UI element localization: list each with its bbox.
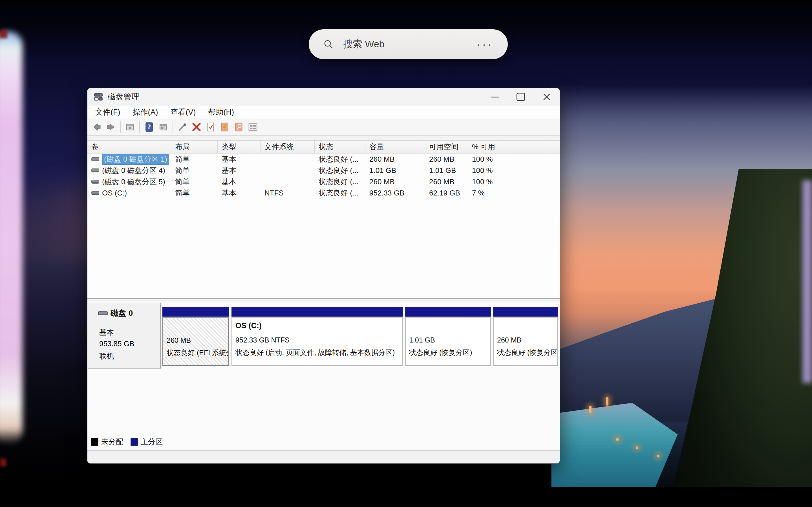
cell-type: 基本	[218, 177, 260, 187]
cell-capacity: 952.33 GB	[365, 189, 425, 198]
drive-lightning-icon	[220, 122, 229, 132]
task-check-button[interactable]	[204, 120, 218, 134]
cell-status: 状态良好 (...	[315, 177, 365, 187]
cell-percent-free: 100 %	[468, 166, 524, 175]
console-tree-button[interactable]	[123, 120, 137, 134]
cell-layout: 简单	[171, 188, 218, 198]
cell-percent-free: 100 %	[468, 177, 524, 186]
volume-name[interactable]: (磁盘 0 磁盘分区 5)	[102, 177, 165, 187]
back-button[interactable]	[90, 120, 104, 134]
column-header-layout[interactable]: 布局	[171, 140, 218, 153]
toolbar-separator	[120, 121, 121, 133]
partition-body[interactable]: 260 MB 状态良好 (EFI 系统分区)	[162, 318, 229, 366]
partition-size: 260 MB	[497, 336, 521, 344]
cell-type: 基本	[218, 188, 260, 198]
volume-row[interactable]: OS (C:) 简单 基本 NTFS 状态良好 (... 952.33 GB 6…	[87, 187, 560, 199]
disk0-info-panel[interactable]: 磁盘 0 基本 953.85 GB 联机	[88, 303, 161, 369]
drive-lightning-button[interactable]	[218, 120, 232, 134]
search-placeholder[interactable]: 搜索 Web	[343, 38, 477, 51]
wallpaper-bottom-bar	[0, 487, 812, 507]
drive-search-button[interactable]	[232, 120, 246, 134]
wallpaper-shore-light	[636, 446, 638, 449]
toolbar-separator	[139, 121, 140, 133]
properties-pane-button[interactable]	[156, 120, 170, 134]
close-button[interactable]	[534, 88, 560, 106]
volume-name[interactable]: OS (C:)	[102, 189, 127, 198]
delete-x-icon	[192, 122, 201, 132]
menu-file[interactable]: 文件(F)	[87, 106, 126, 119]
primary-partition-band	[493, 307, 558, 317]
disk-management-app-icon	[94, 93, 103, 101]
details-view-button[interactable]	[246, 120, 260, 134]
partition-name: OS (C:)	[236, 321, 262, 330]
console-window-icon	[125, 122, 135, 131]
partition-recovery-2[interactable]: 260 MB 状态良好 (恢复分区)	[493, 307, 558, 366]
toolbar-separator	[172, 121, 173, 133]
volume-drive-icon	[91, 190, 99, 196]
volume-row[interactable]: (磁盘 0 磁盘分区 4) 简单 基本 状态良好 (... 1.01 GB 1.…	[87, 165, 560, 176]
volume-row[interactable]: (磁盘 0 磁盘分区 5) 简单 基本 状态良好 (... 260 MB 260…	[87, 176, 560, 187]
menu-view[interactable]: 查看(V)	[164, 106, 202, 119]
partition-body[interactable]: OS (C:) 952.33 GB NTFS 状态良好 (启动, 页面文件, 故…	[232, 318, 403, 366]
tool-icon	[177, 122, 187, 132]
disk-icon	[98, 310, 108, 316]
partition-os-c[interactable]: OS (C:) 952.33 GB NTFS 状态良好 (启动, 页面文件, 故…	[232, 307, 403, 366]
partition-size: 952.33 GB NTFS	[236, 336, 290, 344]
wallpaper-red-artifact	[0, 459, 6, 466]
cell-type: 基本	[218, 154, 260, 164]
window-title: 磁盘管理	[108, 92, 139, 102]
menu-help[interactable]: 帮助(H)	[202, 106, 240, 119]
help-button[interactable]: ?	[142, 120, 156, 134]
document-check-icon	[206, 122, 215, 132]
volume-drive-icon	[91, 156, 99, 162]
volume-drive-icon	[91, 168, 99, 173]
cell-status: 状态良好 (...	[315, 188, 365, 198]
close-icon	[543, 93, 551, 101]
cell-layout: 简单	[171, 177, 218, 187]
partition-size: 1.01 GB	[409, 336, 435, 344]
column-header-capacity[interactable]: 容量	[365, 140, 425, 153]
cell-free-space: 260 MB	[425, 155, 468, 164]
partition-efi[interactable]: 260 MB 状态良好 (EFI 系统分区)	[162, 307, 229, 366]
volume-name[interactable]: (磁盘 0 磁盘分区 4)	[102, 166, 165, 175]
minimize-button[interactable]	[482, 88, 508, 106]
column-header-type[interactable]: 类型	[218, 140, 260, 153]
legend-primary-label: 主分区	[141, 437, 163, 447]
column-header-status[interactable]: 状态	[315, 140, 365, 153]
tool-button[interactable]	[175, 120, 190, 134]
partition-recovery-1[interactable]: 1.01 GB 状态良好 (恢复分区)	[405, 307, 491, 366]
cell-type: 基本	[218, 166, 260, 175]
partition-body[interactable]: 1.01 GB 状态良好 (恢复分区)	[405, 318, 491, 366]
partition-status: 状态良好 (恢复分区)	[409, 348, 472, 357]
svg-text:?: ?	[147, 123, 151, 131]
volume-name-selected[interactable]: (磁盘 0 磁盘分区 1)	[102, 154, 169, 165]
search-bar[interactable]: 搜索 Web ···	[309, 29, 508, 59]
partition-status: 状态良好 (恢复分区)	[497, 348, 558, 357]
delete-volume-button[interactable]	[190, 120, 204, 134]
search-icon	[323, 39, 334, 49]
partition-legend: 未分配 主分区	[91, 437, 163, 447]
column-header-volume[interactable]: 卷	[87, 140, 171, 153]
cell-layout: 简单	[171, 166, 218, 175]
column-header-percent-free[interactable]: % 可用	[468, 140, 524, 153]
forward-button[interactable]	[104, 120, 118, 134]
volume-list-header: 卷 布局 类型 文件系统 状态 容量 可用空间 % 可用	[87, 140, 560, 154]
partition-body[interactable]: 260 MB 状态良好 (恢复分区)	[493, 318, 558, 366]
partition-status: 状态良好 (EFI 系统分区)	[167, 348, 229, 357]
column-header-file-system[interactable]: 文件系统	[260, 140, 315, 153]
column-header-free-space[interactable]: 可用空间	[425, 140, 468, 153]
primary-partition-swatch	[131, 438, 138, 446]
partition-status: 状态良好 (启动, 页面文件, 故障转储, 基本数据分区)	[236, 348, 395, 357]
volume-drive-icon	[91, 179, 99, 184]
maximize-icon	[516, 93, 525, 101]
menu-action[interactable]: 操作(A)	[126, 106, 164, 119]
primary-partition-band	[232, 307, 403, 317]
minimize-icon	[491, 97, 499, 98]
volume-row[interactable]: (磁盘 0 磁盘分区 1) 简单 基本 状态良好 (... 260 MB 260…	[87, 154, 560, 165]
drive-search-icon	[235, 122, 243, 132]
search-more-icon[interactable]: ···	[477, 38, 493, 51]
disk-name: 磁盘 0	[110, 308, 133, 319]
partition-size: 260 MB	[167, 336, 191, 344]
forward-icon	[106, 122, 116, 132]
maximize-button[interactable]	[508, 88, 534, 106]
